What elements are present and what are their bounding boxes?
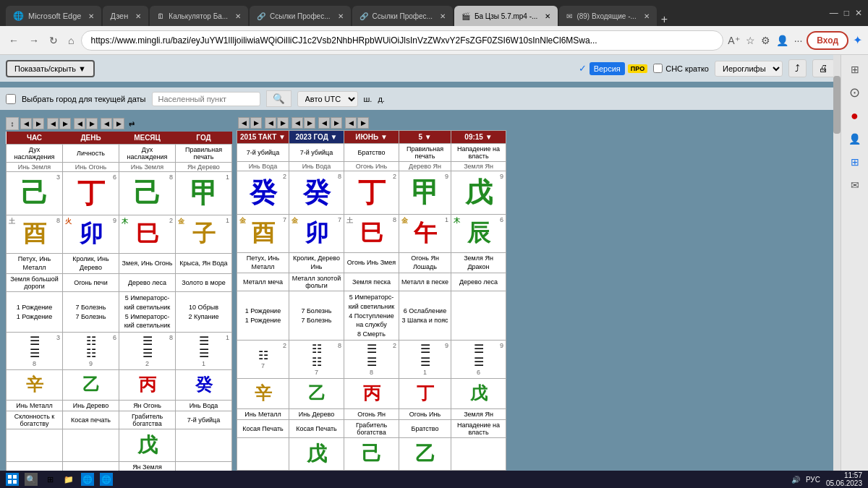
minimize-icon[interactable]: — [830, 8, 838, 18]
r-hidden-destiny-year: Косая Печать [289, 419, 344, 437]
print-button[interactable]: 🖨 [812, 59, 835, 77]
profile-icon[interactable]: 👤 [776, 35, 788, 46]
start-button[interactable] [6, 473, 19, 486]
r-year-nav: ◀ ▶ [265, 117, 289, 129]
r-day-prev-button[interactable]: ◀ [318, 117, 330, 129]
star-icon[interactable]: ☆ [746, 35, 755, 46]
edge-taskbar-2[interactable]: 🌐 [100, 473, 113, 486]
hex-hour-n1: 3 [56, 334, 60, 341]
r-day-next-button[interactable]: ▶ [331, 117, 342, 129]
browser-chrome: 🌐 Microsoft Edge ✕ Дзен ✕ 🗓Калькулятор Б… [0, 0, 868, 26]
sidebar-dots-icon[interactable]: ⊙ [846, 84, 864, 101]
r-stem-time-cell: 9 戊 [451, 171, 506, 215]
sns-toggle: СНС кратко [653, 64, 709, 73]
year-prev-button[interactable]: ◀ [101, 118, 112, 129]
search-taskbar-button[interactable]: 🔍 [25, 473, 38, 486]
forward-button[interactable]: → [26, 32, 42, 49]
reader-icon[interactable]: A​⁺ [728, 35, 739, 46]
r-branch-time-indicator: 木 [454, 216, 460, 226]
exchange-icon[interactable]: ⇄ [129, 120, 135, 128]
r-year-prev-button[interactable]: ◀ [265, 117, 276, 129]
task-view-button[interactable]: ⊞ [43, 473, 56, 486]
r-branch-month-num: 8 [393, 216, 396, 223]
r-destiny-day: 6 Ослабление3 Шапка и пояс [399, 291, 451, 341]
sidebar-user-icon[interactable]: 👤 [846, 130, 864, 147]
branch-sub-year: Золото в море [176, 274, 232, 292]
sidebar-grid-icon[interactable]: ⊞ [846, 61, 864, 78]
takt-prev-button[interactable]: ◀ [238, 117, 250, 129]
tab-links2[interactable]: 🔗Ссылки Профес...✕ [352, 6, 453, 26]
r-role-day: Правильная печать [399, 144, 451, 162]
version-control: ✓ Версия ПРО [579, 62, 648, 75]
sns-checkbox[interactable] [653, 64, 663, 73]
extra-month-char: 戊 [137, 434, 158, 456]
edge-taskbar[interactable]: 🌐 [81, 473, 94, 486]
back-button[interactable]: ← [6, 32, 22, 49]
new-tab-button[interactable]: + [661, 13, 668, 26]
tab-links1[interactable]: 🔗Ссылки Профес...✕ [250, 6, 350, 26]
r-extra-year-char: 戊 [307, 442, 327, 465]
r-time-prev-button[interactable]: ◀ [345, 117, 357, 129]
year-next-button[interactable]: ▶ [113, 118, 124, 129]
r-branch-year-num: 7 [338, 216, 341, 223]
left-nav-row: ↕ ◀ ▶ ◀ ▶ ◀ ▶ ◀ ▶ [6, 117, 232, 130]
r-header-time: 09:15 ▼ [451, 131, 506, 144]
city-input[interactable] [152, 92, 260, 106]
nav-icons: A​⁺ ☆ ⚙ 👤 ··· [728, 35, 802, 46]
extension-icon[interactable]: ⚙ [761, 35, 770, 46]
r-month-nav: ◀ ▶ [292, 117, 315, 129]
stem-hour-char: 己 [21, 178, 48, 208]
home-button[interactable]: ⌂ [65, 32, 77, 49]
maximize-icon[interactable]: □ [844, 8, 849, 18]
branch-day-num: 9 [113, 217, 116, 224]
url-bar[interactable] [81, 30, 723, 51]
tab-mail[interactable]: ✉(89) Входящие -...✕ [559, 6, 656, 26]
file-explorer-taskbar[interactable]: 📁 [62, 473, 75, 486]
month-next-button[interactable]: ▶ [86, 118, 98, 129]
r-hidden-month-cell: 丙 [344, 378, 399, 408]
r-time-next-button[interactable]: ▶ [357, 117, 369, 129]
tab-video[interactable]: 🎬Ба Цзы 5.7.mp4 -...✕ [454, 6, 558, 26]
sidebar-mail-icon[interactable]: ✉ [846, 176, 864, 194]
content-area: Показать/скрыть ▼ ✓ Версия ПРО СНС кратк… [0, 55, 841, 488]
branch-year-char: 子 [192, 221, 216, 247]
r-month-next-button[interactable]: ▶ [304, 117, 315, 129]
corner-icon[interactable]: ↕ [6, 117, 19, 130]
stem-year-num: 1 [226, 174, 229, 181]
tab-dzen[interactable]: Дзен ✕ [103, 6, 148, 26]
r-branch-month-cell: 土 8 巳 [344, 215, 399, 253]
branch-month-char: 巳 [136, 221, 159, 247]
tab-calc[interactable]: 🗓Калькулятор Ба...✕ [150, 6, 248, 26]
tab-edge[interactable]: 🌐 Microsoft Edge ✕ [6, 6, 101, 26]
hieroglyphs-select[interactable]: Иероглифы [715, 61, 783, 77]
close-icon[interactable]: ✕ [855, 8, 862, 18]
takt-next-button[interactable]: ▶ [250, 117, 262, 129]
hidden-day-cell: 乙 [63, 369, 119, 400]
scrollbar-thumb[interactable] [833, 76, 841, 134]
hidden-hour-char: 辛 [26, 374, 43, 394]
r-header-takt: 2015 ТАКТ ▼ [237, 131, 289, 144]
r-year-next-button[interactable]: ▶ [277, 117, 289, 129]
day-prev-button[interactable]: ◀ [47, 118, 59, 129]
city-checkbox[interactable] [6, 94, 16, 104]
sidebar-table-icon[interactable]: ⊞ [846, 153, 864, 171]
r-hidden-destiny-time: Нападение на власть [451, 419, 506, 437]
copilot-icon[interactable]: ✦ [853, 33, 862, 47]
login-button[interactable]: Вход [807, 31, 848, 50]
refresh-button[interactable]: ↻ [46, 32, 61, 49]
extra-day-cell [63, 429, 119, 461]
show-hide-button[interactable]: Показать/скрыть ▼ [6, 60, 95, 77]
utc-select[interactable]: Авто UTC [297, 91, 358, 107]
month-prev-button[interactable]: ◀ [74, 118, 85, 129]
hour-prev-button[interactable]: ◀ [20, 118, 32, 129]
city-search-button[interactable]: 🔍 [266, 90, 292, 107]
r-month-prev-button[interactable]: ◀ [292, 117, 303, 129]
day-next-button[interactable]: ▶ [59, 118, 71, 129]
share-button[interactable]: ⤴ [788, 59, 807, 77]
r-branch-sub-takt: Металл меча [237, 273, 289, 291]
scrollbar-track[interactable] [833, 55, 841, 471]
r-role-takt: 7-й убийца [237, 144, 289, 162]
hour-next-button[interactable]: ▶ [33, 118, 44, 129]
sidebar-red-icon[interactable]: ● [846, 107, 864, 124]
more-icon[interactable]: ··· [794, 35, 803, 46]
